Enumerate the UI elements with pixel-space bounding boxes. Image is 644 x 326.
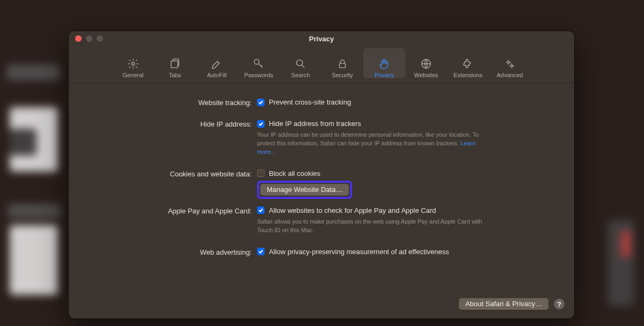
apple-pay-checkbox-label: Allow websites to check for Apple Pay an…	[269, 206, 436, 214]
block-cookies-checkbox-label: Block all cookies	[269, 169, 320, 177]
hand-icon	[378, 58, 390, 70]
tab-privacy[interactable]: Privacy	[363, 48, 405, 78]
block-all-cookies-checkbox[interactable]	[257, 169, 265, 177]
svg-rect-4	[340, 63, 346, 68]
tab-label: Search	[291, 72, 310, 78]
tab-label: Tabs	[169, 72, 181, 78]
window-footer: About Safari & Privacy… ?	[69, 298, 574, 318]
tab-label: Security	[332, 72, 353, 78]
tab-websites[interactable]: Websites	[405, 48, 447, 78]
prevent-cross-site-tracking-checkbox[interactable]	[257, 99, 265, 106]
tab-extensions[interactable]: Extensions	[447, 48, 489, 78]
tab-autofill[interactable]: AutoFill	[196, 48, 238, 78]
window-titlebar: Privacy	[69, 31, 574, 46]
preferences-window: Privacy General Tabs AutoFill Passwords …	[69, 31, 574, 318]
svg-rect-1	[171, 61, 178, 68]
hide-ip-label: Hide IP address:	[88, 120, 257, 128]
svg-point-3	[297, 60, 303, 66]
svg-point-7	[511, 65, 513, 67]
tab-general[interactable]: General	[112, 48, 154, 78]
tab-label: Websites	[414, 72, 438, 78]
lock-icon	[336, 58, 348, 70]
globe-icon	[420, 58, 432, 70]
tab-label: Extensions	[453, 72, 482, 78]
web-advertising-checkbox[interactable]	[257, 248, 265, 255]
tab-tabs[interactable]: Tabs	[154, 48, 196, 78]
tab-label: Privacy	[375, 72, 394, 78]
gears-icon	[504, 58, 516, 70]
hide-ip-checkbox-label: Hide IP address from trackers	[269, 120, 361, 128]
tab-passwords[interactable]: Passwords	[238, 48, 280, 78]
hide-ip-checkbox[interactable]	[257, 120, 265, 128]
key-icon	[253, 58, 265, 70]
svg-point-0	[131, 62, 135, 65]
tab-security[interactable]: Security	[321, 48, 363, 78]
cookies-label: Cookies and website data:	[88, 169, 257, 178]
hide-ip-help-text: Your IP address can be used to determine…	[257, 131, 493, 157]
tabs-icon	[169, 58, 181, 70]
web-advertising-checkbox-label: Allow privacy-preserving measurement of …	[269, 248, 449, 256]
prevent-cross-site-tracking-label: Prevent cross-site tracking	[269, 98, 351, 106]
website-tracking-label: Website tracking:	[88, 98, 257, 107]
privacy-pane: Website tracking: Prevent cross-site tra…	[69, 83, 574, 298]
apple-pay-label: Apple Pay and Apple Card:	[88, 206, 257, 215]
tab-label: General	[122, 72, 143, 78]
web-advertising-label: Web advertising:	[88, 248, 257, 256]
tab-advanced[interactable]: Advanced	[489, 48, 531, 78]
gear-icon	[127, 58, 139, 70]
puzzle-icon	[462, 58, 474, 70]
help-button[interactable]: ?	[554, 299, 565, 309]
about-safari-privacy-button[interactable]: About Safari & Privacy…	[459, 298, 548, 310]
apple-pay-checkbox[interactable]	[257, 206, 265, 214]
svg-point-6	[507, 61, 509, 63]
search-icon	[295, 58, 306, 70]
preferences-toolbar: General Tabs AutoFill Passwords Search S…	[69, 46, 574, 83]
tab-search[interactable]: Search	[280, 48, 321, 78]
tab-label: Advanced	[497, 72, 523, 78]
annotation-highlight: Manage Website Data…	[257, 181, 352, 199]
tab-label: Passwords	[244, 72, 273, 78]
manage-website-data-button[interactable]: Manage Website Data…	[260, 184, 349, 196]
apple-pay-help-text: Safari allows you to make purchases on t…	[257, 218, 493, 235]
tab-label: AutoFill	[207, 72, 227, 78]
pencil-icon	[211, 58, 223, 70]
window-title: Privacy	[69, 35, 574, 43]
